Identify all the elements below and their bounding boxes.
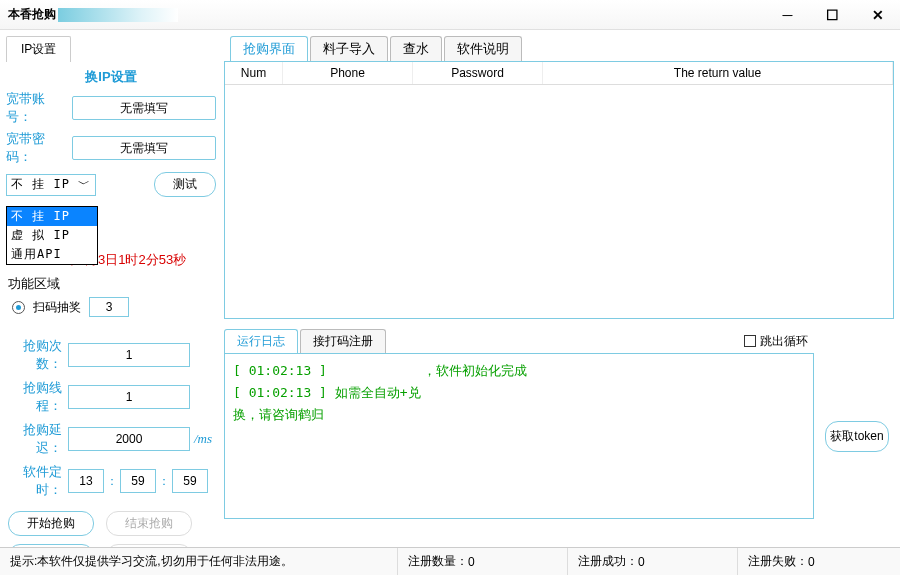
ip-option-0[interactable]: 不 挂 IP [7, 207, 97, 226]
broadband-password-field[interactable]: 无需填写 [72, 136, 216, 160]
test-button[interactable]: 测试 [154, 172, 216, 197]
title-accent [58, 8, 178, 22]
log-body: [ 01:02:13 ] ，软件初始化完成 [ 01:02:13 ] 如需全自动… [224, 353, 814, 519]
scan-count-field[interactable]: 3 [89, 297, 129, 317]
buy-delay-field[interactable]: 2000 [68, 427, 190, 451]
log-line: [ 01:02:13 ] ，软件初始化完成 [233, 360, 805, 382]
status-reg-ok: 注册成功：0 [568, 548, 738, 575]
status-tip: 提示:本软件仅提供学习交流,切勿用于任何非法用途。 [0, 548, 398, 575]
ip-mode-select[interactable]: 不 挂 IP ﹀ [6, 174, 96, 196]
ip-mode-select-value: 不 挂 IP [11, 176, 70, 193]
tab-buy-ui[interactable]: 抢购界面 [230, 36, 308, 61]
broadband-account-label: 宽带账号： [6, 90, 66, 126]
buy-thread-field[interactable]: 1 [68, 385, 190, 409]
checkbox-icon [744, 335, 756, 347]
function-area-heading: 功能区域 [8, 275, 216, 293]
end-buy-button[interactable]: 结束抢购 [106, 511, 192, 536]
status-reg-count: 注册数量：0 [398, 548, 568, 575]
broadband-password-label: 宽带密码： [6, 130, 66, 166]
status-reg-fail: 注册失败：0 [738, 548, 900, 575]
close-button[interactable]: ✕ [855, 1, 900, 29]
tab-code-register[interactable]: 接打码注册 [300, 329, 386, 353]
tab-import[interactable]: 料子导入 [310, 36, 388, 61]
timer-second[interactable]: 59 [172, 469, 208, 493]
delay-unit: /ms [194, 431, 216, 447]
get-token-button[interactable]: 获取token [825, 421, 888, 452]
timer-hour[interactable]: 13 [68, 469, 104, 493]
ip-settings-heading: 换IP设置 [6, 68, 216, 86]
loop-exit-label: 跳出循环 [760, 333, 808, 350]
timer-label: 软件定时： [6, 463, 68, 499]
scan-lottery-label: 扫码抽奖 [33, 299, 81, 316]
result-table: Num Phone Password The return value [224, 61, 894, 319]
maximize-button[interactable]: ☐ [810, 1, 855, 29]
window-title: 本香抢购 [8, 6, 56, 23]
tab-ip-settings[interactable]: IP设置 [6, 36, 71, 62]
col-return: The return value [543, 62, 893, 84]
broadband-account-field[interactable]: 无需填写 [72, 96, 216, 120]
loop-exit-checkbox[interactable]: 跳出循环 [744, 333, 814, 350]
tab-run-log[interactable]: 运行日志 [224, 329, 298, 353]
statusbar: 提示:本软件仅提供学习交流,切勿用于任何非法用途。 注册数量：0 注册成功：0 … [0, 547, 900, 575]
buy-count-label: 抢购次数： [6, 337, 68, 373]
buy-thread-label: 抢购线程： [6, 379, 68, 415]
log-line: [ 01:02:13 ] 如需全自动+兑换，请咨询鹤归 [233, 382, 805, 426]
tab-check[interactable]: 查水 [390, 36, 442, 61]
start-buy-button[interactable]: 开始抢购 [8, 511, 94, 536]
scan-lottery-radio[interactable] [12, 301, 25, 314]
minimize-button[interactable]: ─ [765, 1, 810, 29]
timer-minute[interactable]: 59 [120, 469, 156, 493]
log-ts: [ 01:02:13 ] 如需全自动+兑换，请咨询鹤归 [233, 382, 423, 426]
col-phone: Phone [283, 62, 413, 84]
log-ts: [ 01:02:13 ] [233, 360, 423, 382]
col-password: Password [413, 62, 543, 84]
ip-option-1[interactable]: 虚 拟 IP [7, 226, 97, 245]
tab-about[interactable]: 软件说明 [444, 36, 522, 61]
titlebar: 本香抢购 ─ ☐ ✕ [0, 0, 900, 30]
buy-delay-label: 抢购延迟： [6, 421, 68, 457]
chevron-down-icon: ﹀ [78, 176, 91, 193]
ip-mode-dropdown[interactable]: 不 挂 IP 虚 拟 IP 通用API [6, 206, 98, 265]
buy-count-field[interactable]: 1 [68, 343, 190, 367]
col-num: Num [225, 62, 283, 84]
log-msg: ，软件初始化完成 [423, 360, 527, 382]
ip-option-2[interactable]: 通用API [7, 245, 97, 264]
